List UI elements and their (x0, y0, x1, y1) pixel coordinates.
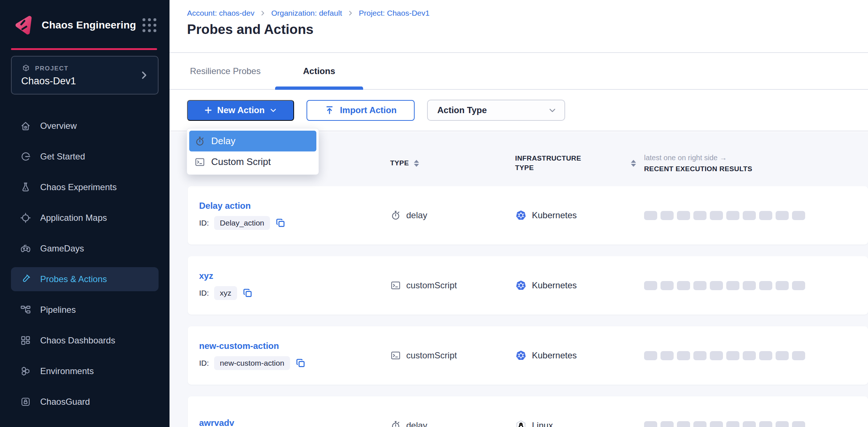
sidebar-item-probes-and-actions[interactable]: Probes & Actions (11, 267, 159, 291)
execution-result-placeholder (759, 211, 772, 220)
sidebar-item-label: Environments (40, 366, 94, 376)
action-name-link[interactable]: new-custom-action (199, 341, 390, 351)
action-type-cell: delay (390, 420, 515, 427)
terminal-icon (390, 350, 401, 361)
terminal-icon (194, 157, 205, 168)
action-id-row: ID: new-custom-action (199, 356, 390, 370)
execution-result-placeholder (743, 281, 756, 290)
execution-result-placeholder (677, 211, 690, 220)
chevron-right-icon (347, 10, 354, 16)
sort-icon[interactable] (414, 160, 419, 167)
execution-result-placeholder (660, 211, 674, 220)
id-label: ID: (199, 359, 209, 368)
gamepad-icon (20, 243, 31, 254)
copy-icon[interactable] (295, 358, 306, 369)
brand-accent-divider (11, 48, 157, 50)
execution-result-placeholder (644, 421, 657, 427)
cube-icon (21, 64, 31, 73)
sidebar-item-label: Chaos Experiments (40, 182, 117, 192)
id-label: ID: (199, 219, 209, 227)
tab-actions[interactable]: Actions (275, 53, 363, 89)
recent-execution-results (644, 421, 868, 427)
action-type-select[interactable]: Action Type (427, 100, 565, 121)
execution-result-placeholder (792, 211, 805, 220)
execution-result-placeholder (726, 211, 739, 220)
project-selector[interactable]: PROJECT Chaos-Dev1 (11, 56, 159, 95)
sidebar-header: Chaos Engineering (0, 0, 170, 50)
copy-icon[interactable] (242, 288, 253, 299)
infrastructure-value: Kubernetes (532, 210, 577, 220)
page-title: Probes and Actions (187, 22, 868, 37)
sidebar-item-application-maps[interactable]: Application Maps (11, 206, 159, 230)
action-type-value: delay (406, 420, 427, 427)
execution-result-placeholder (693, 421, 707, 427)
breadcrumb-account-link[interactable]: Account: chaos-dev (187, 9, 254, 18)
id-value: Delay_action (214, 216, 270, 230)
kubernetes-icon (515, 209, 527, 221)
breadcrumb: Account: chaos-dev Organization: default… (187, 9, 868, 18)
hexagons-icon (20, 365, 31, 377)
sidebar-item-pipelines[interactable]: Pipelines (11, 298, 159, 322)
action-name-link[interactable]: xyz (199, 271, 390, 281)
execution-result-placeholder (660, 421, 674, 427)
active-tab-indicator (275, 86, 363, 90)
type-column-header[interactable]: TYPE (390, 159, 515, 167)
infrastructure-column-header[interactable]: INFRASTRUCTURE TYPE (515, 154, 644, 172)
action-type-cell: customScript (390, 280, 515, 291)
breadcrumb-project-link[interactable]: Project: Chaos-Dev1 (359, 9, 430, 18)
sidebar-item-chaos-dashboards[interactable]: Chaos Dashboards (11, 328, 159, 353)
sidebar-item-environments[interactable]: Environments (11, 359, 159, 383)
sidebar-item-label: Probes & Actions (40, 274, 107, 284)
sidebar-item-chaosguard[interactable]: ChaosGuard (11, 390, 159, 414)
recent-execution-results (644, 211, 868, 220)
action-name-link[interactable]: Delay action (199, 201, 390, 211)
action-id-row: ID: xyz (199, 286, 390, 300)
menu-item-custom-script[interactable]: Custom Script (189, 151, 316, 172)
sidebar-item-label: Overview (40, 121, 77, 131)
terminal-icon (390, 280, 401, 291)
tab-resilience-probes[interactable]: Resilience Probes (190, 66, 260, 76)
get-started-icon (20, 151, 31, 162)
action-name-link[interactable]: awrvadv (199, 418, 390, 427)
sort-icon[interactable] (631, 160, 636, 167)
infrastructure-cell: Kubernetes (515, 209, 644, 221)
results-column-header: latest one on right side → RECENT EXECUT… (644, 154, 868, 173)
copy-icon[interactable] (275, 218, 286, 228)
breadcrumb-organization-link[interactable]: Organization: default (271, 9, 342, 18)
sidebar-item-get-started[interactable]: Get Started (11, 145, 159, 169)
project-label: PROJECT (35, 65, 69, 72)
new-action-button[interactable]: New Action (187, 100, 294, 121)
execution-result-placeholder (726, 281, 739, 290)
infrastructure-cell: Kubernetes (515, 280, 644, 291)
sidebar-item-chaos-experiments[interactable]: Chaos Experiments (11, 175, 159, 199)
test-tube-icon (20, 273, 31, 285)
action-type-value: customScript (406, 350, 457, 361)
action-type-cell: customScript (390, 350, 515, 361)
sidebar-item-overview[interactable]: Overview (11, 114, 159, 138)
stopwatch-icon (194, 136, 205, 147)
import-action-label: Import Action (340, 105, 396, 115)
menu-item-delay[interactable]: Delay (189, 131, 316, 151)
page-header: Account: chaos-dev Organization: default… (170, 0, 868, 53)
execution-result-placeholder (644, 211, 657, 220)
execution-result-placeholder (759, 421, 772, 427)
tab-actions-label: Actions (303, 66, 335, 76)
crosshair-icon (20, 212, 31, 224)
execution-result-placeholder (677, 421, 690, 427)
execution-result-placeholder (660, 281, 674, 290)
execution-result-placeholder (660, 351, 674, 360)
project-name: Chaos-Dev1 (21, 76, 139, 87)
sidebar-item-label: ChaosGuard (40, 397, 90, 407)
sidebar-item-label: Chaos Dashboards (40, 335, 115, 346)
execution-result-placeholder (726, 351, 739, 360)
infrastructure-value: Linux (532, 420, 553, 427)
sidebar-item-gamedays[interactable]: GameDays (11, 236, 159, 261)
import-action-button[interactable]: Import Action (307, 100, 415, 121)
pipeline-icon (20, 304, 31, 316)
execution-result-placeholder (776, 351, 789, 360)
app-switcher-grid-icon[interactable] (142, 18, 156, 32)
action-type-cell: delay (390, 210, 515, 221)
table-row: awrvadv delay (188, 396, 868, 427)
results-column-label: RECENT EXECUTION RESULTS (644, 165, 752, 173)
new-action-dropdown-menu: Delay Custom Script (187, 128, 319, 175)
